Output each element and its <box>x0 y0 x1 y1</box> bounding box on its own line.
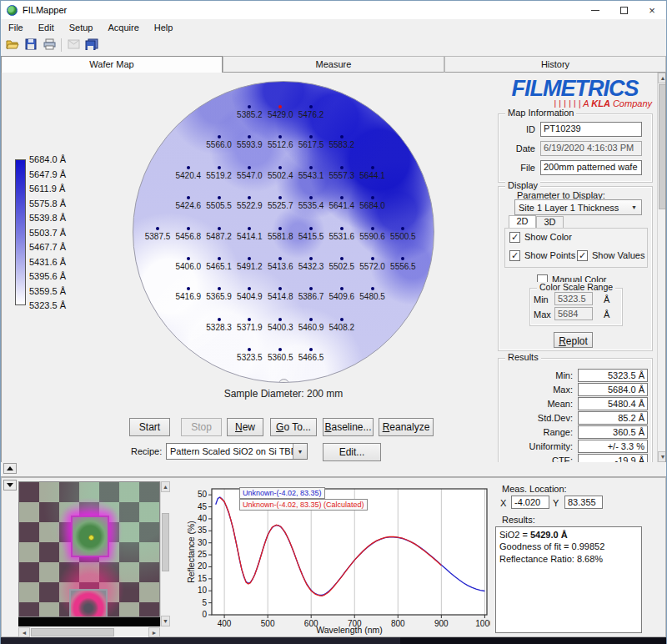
camera-hscroll-thumb[interactable] <box>31 628 114 636</box>
maximize-icon <box>620 7 628 14</box>
meas-line1-value: 5429.0 Å <box>530 530 568 540</box>
replot-button[interactable]: Replot <box>554 332 593 348</box>
measurement-point[interactable] <box>278 166 282 169</box>
print-button[interactable] <box>40 37 58 53</box>
scroll-thumb[interactable] <box>659 84 666 209</box>
baseline-button[interactable]: Baseline... <box>323 418 374 436</box>
measurement-point[interactable] <box>309 166 313 169</box>
camera-vscrollbar[interactable]: ▲ ▼ <box>160 481 170 626</box>
measurement-point[interactable] <box>218 257 221 260</box>
minimize-button[interactable] <box>581 1 609 19</box>
window-title: FILMapper <box>23 5 67 15</box>
measurement-point[interactable] <box>156 227 159 230</box>
measurement-point[interactable] <box>187 227 190 230</box>
color-scale-value: 5395.6 Å <box>29 271 79 281</box>
new-button[interactable]: New <box>227 418 263 436</box>
measurement-point[interactable] <box>340 257 344 260</box>
measurement-point[interactable] <box>187 196 190 199</box>
app-window: FILMapper × FileEditSetupAcquireHelp Waf… <box>0 0 667 644</box>
camera-vscroll-thumb[interactable] <box>162 513 169 571</box>
recipe-dropdown-icon[interactable]: ▼ <box>293 444 307 459</box>
measurement-point[interactable] <box>309 227 313 230</box>
show-points-label: Show Points <box>524 250 575 260</box>
svg-text:15: 15 <box>198 574 208 583</box>
measurement-point[interactable] <box>218 318 221 321</box>
camera-image[interactable] <box>18 481 160 617</box>
tab-history[interactable]: History <box>444 56 666 73</box>
color-scale-value: 5503.7 Å <box>29 228 79 238</box>
start-button[interactable]: Start <box>129 418 170 436</box>
tab-3d[interactable]: 3D <box>536 216 564 229</box>
measurement-point[interactable] <box>340 166 344 169</box>
recipe-label: Recipe: <box>131 446 162 456</box>
edit-recipe-button[interactable]: Edit... <box>323 443 381 461</box>
measurement-point[interactable] <box>218 166 221 169</box>
measurement-point[interactable] <box>309 318 313 321</box>
camera-scroll-left-icon[interactable]: ◄ <box>18 627 30 637</box>
color-scale-value: 5467.7 Å <box>29 242 79 252</box>
menu-help[interactable]: Help <box>147 21 181 34</box>
id-field[interactable]: PT10239 <box>540 122 642 137</box>
measurement-point[interactable] <box>340 227 344 230</box>
measurement-point[interactable] <box>278 227 282 230</box>
measurement-point[interactable] <box>309 257 313 260</box>
show-values-checkbox[interactable]: Show Values <box>577 250 644 261</box>
meas-line1: SiO2 = 5429.0 Å <box>499 529 638 541</box>
collapse-up-button[interactable] <box>3 463 17 474</box>
measurement-value: 5583.2 <box>323 140 360 149</box>
file-field[interactable]: 200mm patterned wafe <box>540 160 642 175</box>
measurement-point[interactable] <box>187 257 190 260</box>
scroll-down-icon[interactable]: ▼ <box>658 451 666 462</box>
measurement-point[interactable] <box>218 227 221 230</box>
tab-2d[interactable]: 2D <box>509 215 536 229</box>
meas-x-field[interactable]: -4.020 <box>511 496 549 509</box>
tab-measure[interactable]: Measure <box>223 56 444 73</box>
measurement-point[interactable] <box>371 227 374 230</box>
measurement-point[interactable] <box>278 318 282 321</box>
camera-hscrollbar[interactable]: ◄ ► <box>18 627 160 637</box>
max-field: 5684 <box>554 307 593 320</box>
show-points-checkbox[interactable]: Show Points <box>509 250 575 261</box>
camera-scroll-right-icon[interactable]: ► <box>148 627 160 637</box>
camera-scroll-up-icon[interactable]: ▲ <box>161 481 170 492</box>
parameter-select[interactable]: Site 1 Layer 1 Thickness ▼ <box>514 199 642 215</box>
measurement-point[interactable] <box>340 318 344 321</box>
result-label-mean: Mean: <box>506 399 573 409</box>
menu-acquire[interactable]: Acquire <box>100 21 146 34</box>
go-to-button[interactable]: Go To... <box>270 418 317 436</box>
measurement-point[interactable] <box>218 196 221 199</box>
measurement-point[interactable] <box>371 196 374 199</box>
measurement-point[interactable] <box>340 196 344 199</box>
open-button[interactable] <box>3 37 22 53</box>
show-color-checkbox[interactable]: Show Color <box>509 232 572 243</box>
close-button[interactable]: × <box>638 1 666 19</box>
measurement-point[interactable] <box>187 166 190 169</box>
menu-edit[interactable]: Edit <box>31 21 62 34</box>
save-button[interactable] <box>22 37 40 53</box>
tab-wafer-map[interactable]: Wafer Map <box>1 56 223 73</box>
measurement-value: 5684.0 <box>354 201 391 210</box>
maximize-button[interactable] <box>609 1 638 19</box>
menu-file[interactable]: File <box>1 21 31 34</box>
svg-text:900: 900 <box>434 619 449 628</box>
reanalyze-button[interactable]: Reanalyze <box>379 418 434 436</box>
right-scrollbar[interactable]: ▲ ▼ <box>657 73 666 462</box>
save-all-button[interactable] <box>83 37 101 53</box>
scroll-up-icon[interactable]: ▲ <box>658 73 666 83</box>
measurement-point[interactable] <box>309 105 313 108</box>
close-icon: × <box>649 5 655 16</box>
measurement-point[interactable] <box>371 257 374 260</box>
menu-setup[interactable]: Setup <box>62 21 101 34</box>
meas-y-field[interactable]: 83.355 <box>564 496 603 509</box>
measurement-point[interactable] <box>371 166 374 169</box>
color-scale-value: 5575.8 Å <box>29 199 79 209</box>
min-field: 5323.5 <box>554 292 593 305</box>
meas-y-label: Y <box>553 498 559 508</box>
collapse-down-button[interactable] <box>3 480 17 491</box>
result-value-uniformity: +/- 3.3 % <box>578 440 648 453</box>
date-label: Date <box>502 143 535 153</box>
camera-scroll-down-icon[interactable]: ▼ <box>161 616 170 626</box>
recipe-select[interactable]: Pattern Scaled SiO2 on Si TBD ▼ <box>166 443 308 460</box>
color-scale-bar <box>15 159 26 305</box>
camera-blackbar <box>18 617 160 626</box>
